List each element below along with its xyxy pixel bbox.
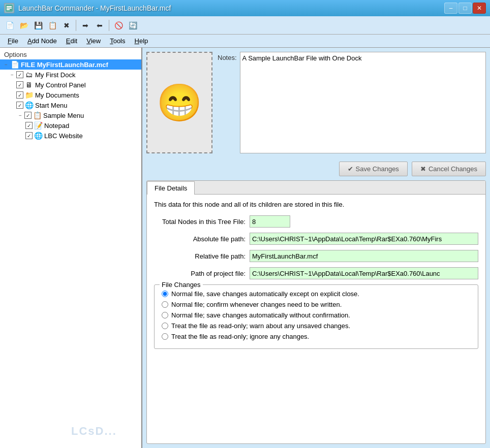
svg-rect-1 — [7, 6, 12, 7]
rel-path-row: Relative file path: — [154, 250, 478, 262]
file-details-description: This data for this node and all of its c… — [154, 201, 478, 208]
start-menu-checkbox[interactable]: ✓ — [16, 102, 23, 109]
dock-image: 😁 — [157, 84, 202, 121]
toolbar-delete[interactable]: ✖ — [60, 19, 73, 32]
svg-rect-2 — [7, 8, 12, 9]
toolbar-refresh[interactable]: 🔄 — [126, 19, 139, 32]
menu-file[interactable]: File — [3, 36, 23, 46]
radio-label-1: Normal file; confirm whenever changes ne… — [171, 301, 342, 308]
lbc-checkbox[interactable]: ✓ — [25, 132, 33, 139]
radio-option-1[interactable] — [162, 301, 168, 308]
close-button[interactable]: ✕ — [473, 3, 486, 14]
tree-item-5[interactable]: ✓ 📝 Notepad — [0, 120, 141, 131]
sample-menu-expand-icon[interactable]: − — [16, 111, 24, 119]
tree-file-node[interactable]: − 📄 FILE MyFirstLaunchBar.mcf — [0, 59, 141, 70]
tree-item-label-3: Start Menu — [35, 102, 68, 109]
window-controls: – □ ✕ — [444, 3, 486, 14]
abs-path-label: Absolute file path: — [154, 235, 246, 243]
menu-tools[interactable]: Tools — [105, 36, 130, 46]
control-panel-checkbox[interactable]: ✓ — [16, 81, 23, 88]
radio-option-2[interactable] — [162, 312, 168, 318]
toolbar-copy[interactable]: 📋 — [46, 19, 59, 32]
minimize-button[interactable]: – — [444, 3, 457, 14]
tree-item-0[interactable]: − ✓ 🗂 My First Dock — [0, 70, 141, 80]
file-changes-legend: File Changes — [160, 281, 203, 289]
tree-item-label-2: My Documents — [35, 91, 79, 99]
total-nodes-label: Total Nodes in this Tree File: — [154, 218, 246, 226]
abs-path-input[interactable] — [250, 233, 478, 245]
toolbar-open[interactable]: 📂 — [17, 19, 30, 32]
toolbar-separator-1 — [76, 20, 76, 31]
tree-panel: Options − 📄 FILE MyFirstLaunchBar.mcf − … — [0, 48, 142, 448]
radio-label-2: Normal file; save changes automatically … — [171, 311, 350, 319]
documents-checkbox[interactable]: ✓ — [16, 91, 23, 99]
radio-option-0[interactable] — [162, 291, 168, 297]
dock-checkbox[interactable]: ✓ — [16, 71, 23, 78]
notes-textarea[interactable] — [240, 52, 486, 153]
notes-label: Notes: — [218, 52, 237, 61]
tree-item-label-4: Sample Menu — [43, 112, 84, 119]
project-path-row: Path of project file: — [154, 267, 478, 279]
menu-view[interactable]: View — [82, 36, 105, 46]
total-nodes-input[interactable] — [250, 215, 290, 228]
documents-icon: 📁 — [24, 90, 34, 100]
menu-edit[interactable]: Edit — [62, 36, 82, 46]
main-container: Options − 📄 FILE MyFirstLaunchBar.mcf − … — [0, 48, 490, 448]
cancel-x-icon: ✖ — [420, 165, 426, 173]
notes-section: Notes: — [218, 52, 486, 153]
watermark: LCsD... — [71, 425, 117, 438]
tree-item-3[interactable]: ✓ 🌐 Start Menu — [0, 100, 141, 110]
save-checkmark-icon: ✔ — [348, 165, 353, 173]
file-changes-group: File Changes Normal file, save changes a… — [154, 284, 478, 349]
tree-item-1[interactable]: ✓ 🖥 My Control Panel — [0, 80, 141, 90]
radio-option-4[interactable] — [162, 333, 168, 340]
menu-help[interactable]: Help — [130, 36, 153, 46]
cancel-changes-label: Cancel Changes — [428, 165, 477, 173]
file-expand-icon[interactable]: − — [2, 60, 10, 69]
tree-item-4[interactable]: − ✓ 📋 Sample Menu — [0, 110, 141, 120]
lbc-icon: 🌐 — [34, 131, 43, 140]
sample-menu-icon: 📋 — [33, 111, 42, 120]
total-nodes-row: Total Nodes in this Tree File: — [154, 215, 478, 228]
svg-rect-3 — [7, 9, 10, 10]
rel-path-label: Relative file path: — [154, 252, 246, 260]
maximize-button[interactable]: □ — [458, 3, 472, 14]
tab-header: File Details — [147, 181, 485, 195]
toolbar: 📄 📂 💾 📋 ✖ ➡ ⬅ 🚫 🔄 — [0, 16, 490, 35]
image-box[interactable]: 😁 — [146, 52, 212, 153]
menu-bar: File Add Node Edit View Tools Help — [0, 35, 490, 48]
notepad-checkbox[interactable]: ✓ — [25, 122, 33, 129]
toolbar-forward[interactable]: ➡ — [79, 19, 92, 32]
tree-item-6[interactable]: ✓ 🌐 LBC Website — [0, 131, 141, 141]
tree-item-2[interactable]: ✓ 📁 My Documents — [0, 90, 141, 100]
tree-options-label: Options — [0, 50, 141, 59]
title-bar-left: LaunchBar Commander - MyFirstLaunchBar.m… — [4, 3, 171, 13]
tree-file-label: FILE MyFirstLaunchBar.mcf — [21, 61, 108, 69]
project-path-input[interactable] — [250, 267, 478, 279]
dock-expand-icon[interactable]: − — [8, 71, 16, 79]
radio-label-0: Normal file, save changes automatically … — [171, 290, 359, 298]
radio-row-1: Normal file; confirm whenever changes ne… — [162, 301, 471, 308]
abs-path-row: Absolute file path: — [154, 233, 478, 245]
toolbar-save[interactable]: 💾 — [32, 19, 45, 32]
project-path-label: Path of project file: — [154, 270, 246, 277]
cancel-changes-button[interactable]: ✖ Cancel Changes — [412, 162, 486, 176]
save-changes-label: Save Changes — [356, 165, 399, 173]
title-bar: LaunchBar Commander - MyFirstLaunchBar.m… — [0, 0, 490, 16]
notepad-icon: 📝 — [34, 121, 43, 130]
sample-menu-checkbox[interactable]: ✓ — [24, 112, 32, 119]
toolbar-back[interactable]: ⬅ — [93, 19, 106, 32]
toolbar-new[interactable]: 📄 — [3, 19, 16, 32]
save-changes-button[interactable]: ✔ Save Changes — [339, 162, 408, 176]
radio-option-3[interactable] — [162, 323, 168, 329]
control-panel-icon: 🖥 — [24, 80, 34, 89]
rel-path-input[interactable] — [250, 250, 478, 262]
dock-icon: 🗂 — [24, 70, 34, 79]
menu-add-node[interactable]: Add Node — [23, 36, 62, 46]
toolbar-cancel[interactable]: 🚫 — [112, 19, 125, 32]
tab-file-details[interactable]: File Details — [147, 181, 195, 195]
right-panel: 😁 Notes: ✔ Save Changes ✖ Cancel Changes — [142, 48, 490, 448]
file-icon: 📄 — [10, 60, 19, 69]
radio-row-4: Treat the file as read-only; ignore any … — [162, 333, 471, 340]
tab-container: File Details This data for this node and… — [146, 180, 486, 444]
